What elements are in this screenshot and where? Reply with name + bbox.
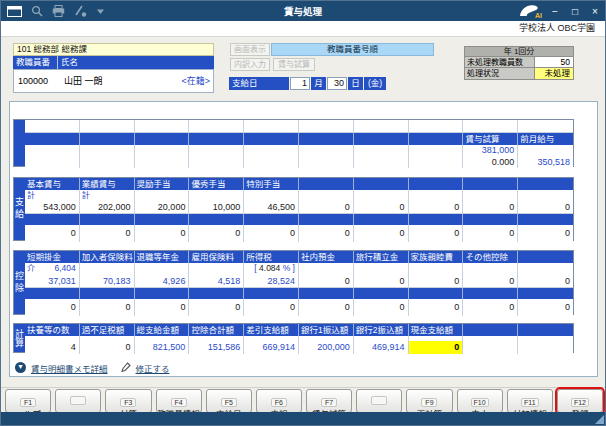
- deduction-value-cell[interactable]: 0: [409, 263, 464, 287]
- payment-value-cell[interactable]: 0: [135, 225, 190, 242]
- screen-display-button[interactable]: 画面表示: [230, 43, 270, 56]
- deduction-value-cell[interactable]: 0: [135, 299, 190, 316]
- payment-value-cell[interactable]: 0: [354, 225, 409, 242]
- f9-button[interactable]: F9再計算: [406, 389, 452, 413]
- f4-button[interactable]: F4教職員情報: [156, 389, 202, 413]
- trial-blank-row: [25, 120, 573, 133]
- totals-section-label: 計算: [14, 324, 25, 352]
- deduction-value-cell[interactable]: [ 4.084 % ] 28,524: [244, 263, 299, 287]
- function-key-row: F1ヘルプ F3付箋 F4教職員情報 F5支給日 F6内訳 F7賃与試算 F9再…: [5, 389, 603, 413]
- edit-link[interactable]: 修正する: [136, 362, 170, 374]
- process-status-label: 処理状況: [465, 68, 535, 79]
- deduction-value-cell[interactable]: 0: [25, 299, 80, 316]
- deduction-total-cell: 151,586: [189, 336, 244, 354]
- payment-value-cell[interactable]: 0: [299, 225, 354, 242]
- f3-button[interactable]: F3付箋: [105, 389, 151, 413]
- deduction-value-cell[interactable]: 0: [518, 263, 573, 287]
- deduction-value-cell[interactable]: 0: [299, 299, 354, 316]
- payment-value-cell[interactable]: 10,000: [189, 190, 244, 213]
- deduction-value-row-1: 介6,404 37,031 70,183 4,926 4,518 [ 4.084…: [25, 263, 573, 288]
- payment-value-cell[interactable]: 0: [189, 225, 244, 242]
- payment-header-row: 基本賃与 業績賃与 奨励手当 優秀手当 特別手当: [25, 178, 573, 190]
- f5-button[interactable]: F5支給日: [206, 389, 252, 413]
- obc-logo: AI: [519, 4, 541, 18]
- deduction-value-cell[interactable]: 70,183: [80, 263, 135, 287]
- breakdown-input-button[interactable]: 内訳入力: [230, 58, 270, 71]
- payment-value-cell[interactable]: 0: [409, 190, 464, 213]
- dependents-count-cell[interactable]: 4: [25, 336, 80, 354]
- bonus-trial-button[interactable]: 賃与試算: [273, 58, 315, 71]
- trial-amount-value: 381,000: [463, 145, 517, 156]
- pay-date-label: 支給日: [229, 77, 289, 90]
- deduction-value-cell[interactable]: 4,926: [135, 263, 190, 287]
- pay-day-input[interactable]: 30: [327, 77, 347, 90]
- f12-register-button[interactable]: F12登録: [557, 389, 603, 413]
- prev-month-value: 350,518: [518, 156, 573, 168]
- prev-month-cell: 350,518: [518, 145, 573, 168]
- pay-month-input[interactable]: 1: [290, 77, 310, 90]
- deduction-value-cell[interactable]: 0: [409, 299, 464, 316]
- deduction-value-cell[interactable]: 0: [189, 299, 244, 316]
- month-unit-label: 月: [311, 77, 326, 90]
- payment-value-cell[interactable]: 0: [354, 190, 409, 213]
- tax-adjustment-cell[interactable]: 0: [80, 336, 135, 354]
- payment-value-cell[interactable]: 46,500: [244, 190, 299, 213]
- maximize-button[interactable]: □: [569, 6, 581, 17]
- f6-button[interactable]: F6内訳: [256, 389, 302, 413]
- payment-value-cell[interactable]: 0: [299, 190, 354, 213]
- cash-pay-cell[interactable]: 0: [409, 336, 464, 354]
- memo-toggle-icon[interactable]: ▼: [15, 362, 26, 373]
- payment-value-cell[interactable]: 0: [518, 190, 573, 213]
- f8-button[interactable]: [356, 389, 402, 413]
- f7-button[interactable]: F7賃与試算: [306, 389, 352, 413]
- payment-value-cell[interactable]: 0: [463, 225, 518, 242]
- f11-button[interactable]: F11付加情報: [507, 389, 553, 413]
- bank2-transfer-cell[interactable]: 469,914: [354, 336, 409, 354]
- deduction-value-cell[interactable]: 0: [80, 299, 135, 316]
- deduction-value-row-2: 0 0 0 0 0 0 0 0 0 0: [25, 299, 573, 316]
- payment-value-cell[interactable]: 0: [463, 190, 518, 213]
- employee-name: 山田 一朗: [64, 70, 103, 92]
- sort-order-bar[interactable]: 教職員番号順: [271, 43, 434, 56]
- memo-detail-link[interactable]: 賃与明細書メモ詳細: [31, 362, 108, 374]
- deduction-value-cell[interactable]: 0: [463, 299, 518, 316]
- payment-value-cell[interactable]: 0: [518, 225, 573, 242]
- deduction-value-cell[interactable]: 0: [354, 263, 409, 287]
- organization-name: 学校法人 OBC学園: [1, 21, 605, 37]
- trial-amount-cell: 381,000 0.000: [463, 145, 518, 168]
- totals-header-row: 扶養等の数 過不足税額 総支給金額 控除合計額 差引支給額 銀行1振込額 銀行2…: [25, 324, 573, 336]
- deduction-section-label: 控除: [14, 251, 25, 314]
- deduction-value-cell[interactable]: 0: [244, 299, 299, 316]
- f2-button[interactable]: [55, 389, 101, 413]
- deduction-value-cell[interactable]: 0: [354, 299, 409, 316]
- payment-value-cell[interactable]: 20,000: [135, 190, 190, 213]
- minimize-button[interactable]: −: [549, 6, 561, 17]
- trial-header-row: 賃与試算 前月給与: [25, 133, 573, 145]
- link-row: ▼ 賃与明細書メモ詳細 修正する: [15, 361, 170, 374]
- unprocessed-count-value: 50: [535, 57, 573, 67]
- deduction-value-cell[interactable]: 0: [463, 263, 518, 287]
- deduction-value-cell[interactable]: 4,518: [189, 263, 244, 287]
- department-bar: 101 総務部 総務課: [13, 43, 214, 56]
- deduction-value-cell[interactable]: 介6,404 37,031: [25, 263, 80, 287]
- unprocessed-count-label: 未処理教職員数: [465, 57, 535, 67]
- payment-value-cell[interactable]: 0: [409, 225, 464, 242]
- payment-value-cell[interactable]: 0: [25, 225, 80, 242]
- deduction-value-cell[interactable]: 0: [518, 299, 573, 316]
- bank1-transfer-cell[interactable]: 200,000: [299, 336, 354, 354]
- f1-button[interactable]: F1ヘルプ: [5, 389, 51, 413]
- payment-value-cell[interactable]: 0: [80, 225, 135, 242]
- close-button[interactable]: ×: [589, 6, 601, 17]
- trial-rate-value: 0.000: [463, 156, 517, 168]
- resize-grip-icon[interactable]: [595, 415, 604, 424]
- f10-button[interactable]: F10中止: [457, 389, 503, 413]
- payment-value-cell[interactable]: 計202,000: [80, 190, 135, 213]
- payment-value-cell[interactable]: 0: [244, 225, 299, 242]
- deduction-value-cell[interactable]: 0: [299, 263, 354, 287]
- trial-section-strip: [14, 120, 25, 166]
- totals-value-row: 4 0 821,500 151,586 669,914 200,000 469,…: [25, 336, 573, 354]
- pencil-icon: [121, 359, 131, 377]
- employee-row[interactable]: 100000 山田 一朗 <在籍>: [13, 69, 214, 93]
- employee-id: 100000: [18, 70, 48, 92]
- payment-value-cell[interactable]: 計543,000: [25, 190, 80, 213]
